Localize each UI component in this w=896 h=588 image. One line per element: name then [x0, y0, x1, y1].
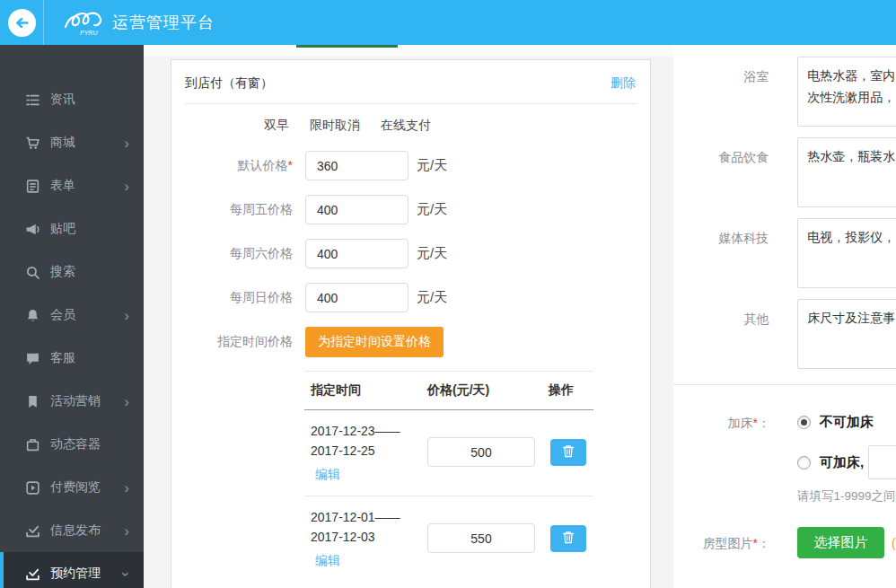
chevron-right-icon: › [124, 179, 129, 194]
media-row: 媒体科技 电视，投影仪， [673, 218, 896, 288]
publish-icon [25, 523, 40, 539]
default-price-row: 默认价格* 元/天 [171, 151, 650, 180]
other-label: 其他 [673, 299, 769, 369]
friday-price-input[interactable] [305, 195, 408, 224]
price-unit: 元/天 [417, 201, 447, 218]
extra-bed-count-input[interactable] [868, 445, 896, 479]
card-divider [185, 103, 637, 104]
table-row: 2017-12-01—— 2017-12-03 编辑 [304, 496, 593, 582]
sidebar-item-label: 信息发布 [50, 522, 124, 539]
sidebar-item-paid-reading[interactable]: 付费阅览 › [0, 466, 144, 509]
special-price-label: 指定时间价格 [171, 334, 293, 350]
room-price-card: 到店付（有窗） 删除 双早 限时取消 在线支付 默认价格* 元/天 每周五价格 … [171, 59, 651, 588]
default-price-input[interactable] [305, 151, 408, 180]
set-special-price-button[interactable]: 为指定时间设置价格 [305, 327, 444, 357]
col-header-action: 操作 [549, 382, 593, 399]
chevron-down-icon: › [119, 571, 135, 576]
radio-selected-icon[interactable] [797, 416, 811, 429]
sidebar-item-container[interactable]: 动态容器 [0, 423, 144, 466]
col-header-price: 价格(元/天) [427, 382, 549, 399]
page-title: 运营管理平台 [112, 12, 215, 33]
sidebar-item-news[interactable]: 资讯 [0, 78, 144, 121]
sidebar-item-label: 贴吧 [50, 221, 129, 237]
sidebar-item-marketing[interactable]: 活动营销 › [0, 380, 144, 423]
date-range-start: 2017-12-01—— [304, 507, 427, 527]
delete-row-button[interactable] [550, 439, 586, 466]
sidebar-item-booking[interactable]: 预约管理 › [0, 552, 144, 588]
chevron-right-icon: › [124, 523, 129, 539]
back-button[interactable] [0, 0, 44, 45]
saturday-price-label: 每周六价格 [171, 246, 293, 262]
back-arrow-icon [8, 9, 36, 37]
sidebar-item-search[interactable]: 搜索 [0, 250, 144, 294]
date-range-end: 2017-12-03 [304, 527, 427, 547]
food-label: 食品饮食 [673, 137, 769, 207]
saturday-price-input[interactable] [305, 239, 408, 268]
bathroom-label: 浴室 [673, 57, 769, 127]
other-row: 其他 床尺寸及注意事 [673, 299, 896, 369]
partial-button-underline [296, 45, 398, 48]
sunday-price-input[interactable] [305, 283, 408, 312]
sidebar-item-label: 活动营销 [50, 393, 124, 409]
sidebar-item-label: 动态容器 [50, 436, 129, 452]
sidebar-item-mall[interactable]: 商城 › [0, 121, 144, 164]
bookmark-icon [25, 394, 40, 409]
tag-cancel: 限时取消 [310, 118, 360, 134]
sidebar-item-forms[interactable]: 表单 › [0, 164, 144, 207]
friday-price-label: 每周五价格 [171, 202, 293, 218]
radio-unselected-icon[interactable] [797, 456, 811, 470]
play-icon [25, 480, 40, 496]
sidebar-item-label: 搜索 [50, 264, 129, 280]
choose-image-button[interactable]: 选择图片 [797, 527, 884, 558]
sidebar-item-info-publish[interactable]: 信息发布 › [0, 509, 144, 552]
media-textarea[interactable]: 电视，投影仪， [797, 218, 896, 288]
sidebar-item-service[interactable]: 客服 [0, 337, 144, 380]
media-label: 媒体科技 [673, 218, 769, 288]
row-price-input[interactable] [427, 437, 535, 467]
sidebar-item-members[interactable]: 会员 › [0, 294, 144, 337]
sidebar-item-label: 资讯 [50, 92, 129, 108]
tag-breakfast: 双早 [264, 118, 289, 134]
tag-online-pay: 在线支付 [381, 118, 431, 134]
megaphone-icon [25, 222, 40, 237]
edit-link[interactable]: 编辑 [315, 553, 340, 569]
bathroom-textarea[interactable]: 电热水器，室内 次性洗漱用品， [797, 57, 896, 127]
delete-room-link[interactable]: 删除 [611, 75, 636, 92]
table-row: 2017-12-23—— 2017-12-25 编辑 [304, 410, 593, 496]
other-textarea[interactable]: 床尺寸及注意事 [797, 299, 896, 369]
list-icon [25, 92, 40, 108]
required-mark: * [288, 158, 293, 172]
sunday-price-row: 每周日价格 元/天 [171, 283, 650, 312]
special-price-row: 指定时间价格 为指定时间设置价格 [171, 327, 650, 357]
image-hint-fragment: ( [892, 527, 896, 558]
extra-bed-allowed-option-label: 可加床, [820, 454, 864, 471]
room-image-row: 房型图片*： 选择图片 ( [673, 527, 896, 558]
room-image-label: 房型图片*： [673, 527, 770, 558]
saturday-price-row: 每周六价格 元/天 [171, 239, 650, 268]
chevron-right-icon: › [124, 394, 129, 409]
edit-link[interactable]: 编辑 [315, 467, 340, 483]
extra-bed-label: 加床*： [673, 414, 770, 505]
chevron-right-icon: › [124, 480, 129, 496]
room-card-title: 到店付（有窗） [185, 75, 273, 92]
row-price-input[interactable] [427, 523, 535, 553]
panel-divider [673, 384, 896, 385]
food-textarea[interactable]: 热水壶，瓶装水 [797, 137, 896, 207]
sidebar-item-label: 客服 [50, 350, 129, 366]
delete-row-button[interactable] [550, 525, 586, 552]
sidebar-item-label: 表单 [50, 178, 124, 194]
sunday-price-label: 每周日价格 [171, 290, 293, 306]
sidebar-item-tieba[interactable]: 贴吧 [0, 207, 144, 250]
special-price-table: 指定时间 价格(元/天) 操作 2017-12-23—— 2017-12-25 … [304, 371, 593, 582]
form-icon [25, 179, 40, 194]
chat-icon [25, 351, 40, 366]
search-icon [25, 265, 40, 280]
container-icon [25, 437, 40, 452]
sidebar-item-label: 预约管理 [50, 566, 124, 582]
trash-icon [562, 444, 575, 461]
cart-icon [25, 136, 40, 151]
no-extra-bed-option[interactable]: 不可加床 [797, 414, 896, 431]
food-row: 食品饮食 热水壶，瓶装水 [673, 137, 896, 207]
pyru-logo: PYRU [62, 7, 109, 38]
extra-bed-allowed-option[interactable]: 可加床, [797, 445, 896, 479]
